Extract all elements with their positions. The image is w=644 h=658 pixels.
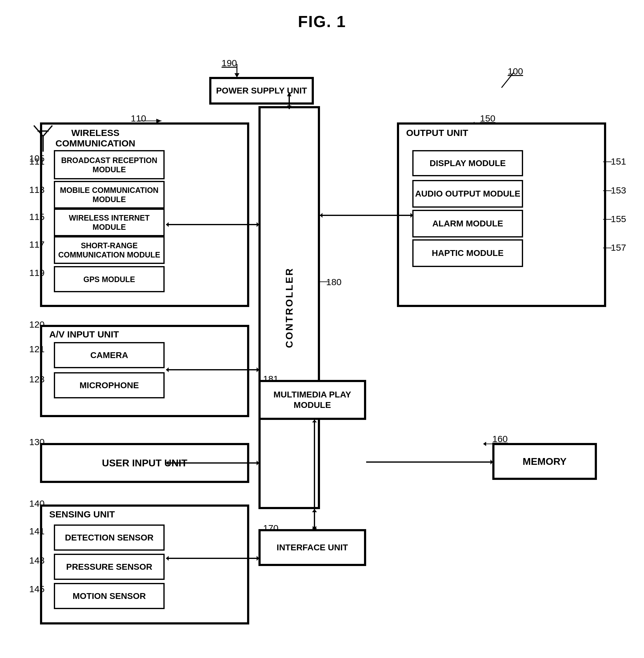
mobile-comm-label: MOBILE COMMUNICATION MODULE [55, 186, 163, 204]
svg-marker-33 [411, 213, 413, 218]
svg-marker-18 [257, 367, 259, 372]
ref-117: 117 [29, 239, 45, 250]
power-ctrl-arrow [286, 91, 292, 109]
motion-box: MOTION SENSOR [54, 583, 165, 609]
svg-marker-6 [287, 105, 291, 109]
camera-box: CAMERA [54, 342, 165, 368]
svg-marker-43 [490, 460, 493, 465]
gps-label: GPS MODULE [84, 275, 135, 284]
ref-119: 119 [29, 268, 45, 278]
controller-label: CONTROLLER [283, 267, 295, 348]
ref155-line [603, 217, 612, 221]
ref151-line [603, 159, 612, 164]
microphone-box: MICROPHONE [54, 372, 165, 398]
ref-141: 141 [29, 526, 45, 537]
broadcast-box: BROADCAST RECEPTION MODULE [54, 150, 165, 179]
ref-153: 153 [611, 185, 626, 196]
audio-output-box: AUDIO OUTPUT MODULE [412, 180, 523, 208]
ref-151: 151 [611, 156, 626, 167]
output-label: OUTPUT UNIT [406, 128, 468, 138]
ref-113: 113 [29, 185, 45, 195]
wireless-internet-box: WIRELESS INTERNET MODULE [54, 209, 165, 236]
short-range-box: SHORT-RANGE COMMUNICATION MODULE [54, 236, 165, 264]
ref-145: 145 [29, 584, 45, 594]
short-range-label: SHORT-RANGE COMMUNICATION MODULE [55, 241, 163, 259]
camera-label: CAMERA [90, 350, 128, 360]
svg-marker-32 [320, 213, 322, 218]
interface-label: INTERFACE UNIT [277, 542, 348, 553]
ref-111: 111 [29, 156, 45, 167]
ref153-line [603, 188, 612, 193]
haptic-label: HAPTIC MODULE [432, 248, 503, 258]
interface-box: INTERFACE UNIT [258, 529, 366, 566]
gps-box: GPS MODULE [54, 266, 165, 292]
multimedia-interface-arrow [310, 420, 319, 531]
multimedia-box: MULTIMEDIA PLAY MODULE [258, 380, 366, 420]
haptic-box: HAPTIC MODULE [412, 239, 523, 267]
svg-line-2 [502, 72, 514, 88]
ref-123: 123 [29, 374, 45, 384]
memory-ctrl-arrow [366, 457, 496, 467]
memory-box: MEMORY [492, 443, 597, 480]
motion-label: MOTION SENSOR [73, 591, 146, 602]
microphone-label: MICROPHONE [80, 380, 139, 391]
sensing-ctrl-arrow [166, 554, 261, 563]
alarm-box: ALARM MODULE [412, 210, 523, 237]
svg-marker-15 [257, 222, 259, 227]
ref-115: 115 [29, 212, 45, 222]
av-ctrl-arrow [166, 365, 261, 374]
display-label: DISPLAY MODULE [430, 158, 506, 169]
svg-marker-39 [312, 527, 317, 530]
detection-label: DETECTION SENSOR [65, 533, 154, 543]
svg-marker-20 [166, 461, 169, 465]
pressure-label: PRESSURE SENSOR [66, 562, 152, 572]
display-box: DISPLAY MODULE [412, 150, 523, 176]
ref157-line [603, 245, 612, 250]
broadcast-label: BROADCAST RECEPTION MODULE [55, 156, 163, 174]
svg-marker-21 [257, 461, 259, 465]
pressure-box: PRESSURE SENSOR [54, 554, 165, 580]
mobile-comm-box: MOBILE COMMUNICATION MODULE [54, 181, 165, 209]
av-input-label: A/V INPUT UNIT [49, 329, 119, 339]
detection-box: DETECTION SENSOR [54, 524, 165, 550]
ref-121: 121 [29, 344, 45, 354]
svg-marker-1 [234, 73, 239, 77]
ref190-arrow [228, 64, 246, 79]
ref100-arrow [492, 72, 517, 91]
sensing-label: SENSING UNIT [49, 509, 115, 520]
svg-marker-38 [312, 420, 317, 422]
power-supply-box: POWER SUPPLY UNIT [209, 77, 314, 104]
antenna-icon [31, 122, 55, 153]
memory-label: MEMORY [523, 455, 567, 467]
multimedia-label: MULTIMEDIA PLAY MODULE [261, 390, 364, 410]
svg-marker-17 [166, 367, 169, 372]
ref-157: 157 [611, 242, 626, 253]
wireless-ctrl-arrow [166, 220, 261, 229]
alarm-label: ALARM MODULE [432, 218, 503, 229]
power-supply-label: POWER SUPPLY UNIT [216, 86, 307, 96]
user-ctrl-arrow [166, 459, 261, 468]
wireless-internet-label: WIRELESS INTERNET MODULE [55, 213, 163, 232]
svg-marker-5 [287, 92, 291, 96]
audio-output-label: AUDIO OUTPUT MODULE [415, 189, 520, 199]
svg-marker-23 [166, 556, 169, 561]
ref-143: 143 [29, 555, 45, 566]
ctrl-output-arrow [320, 211, 415, 220]
svg-marker-14 [166, 222, 169, 227]
ref-155: 155 [611, 214, 626, 224]
svg-marker-41 [483, 442, 486, 446]
page-title: FIG. 1 [0, 0, 644, 31]
ref180-line [320, 279, 329, 284]
